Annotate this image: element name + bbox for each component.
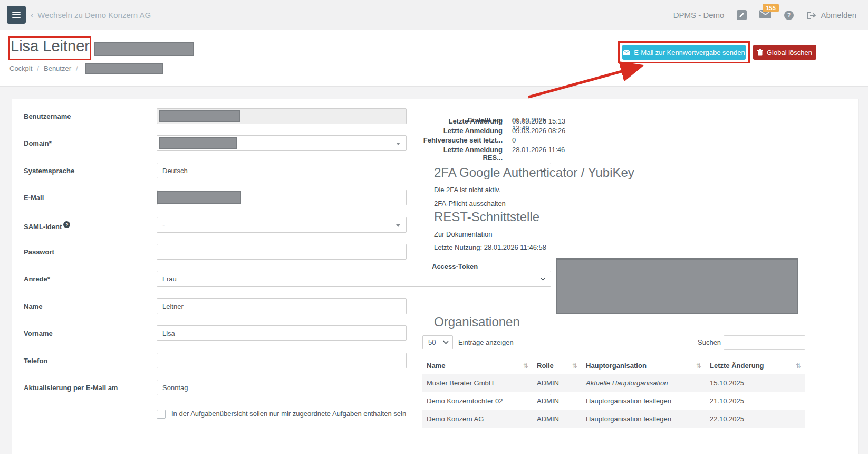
form-row-benutzername: Benutzername bbox=[12, 108, 407, 124]
org-rolle-cell: ADMIN bbox=[533, 410, 582, 428]
column-header-letzte-aenderung[interactable]: Letzte Änderung⇅ bbox=[706, 358, 805, 374]
page-size-select[interactable]: 50 bbox=[422, 335, 453, 349]
breadcrumb-cockpit[interactable]: Cockpit bbox=[9, 64, 32, 72]
organisations-table: Name⇅ Rolle⇅ Hauptorganisation⇅ Letzte Ä… bbox=[422, 358, 805, 428]
trash-icon bbox=[757, 49, 763, 56]
meta-value: 09.03.2026 15:13 bbox=[512, 117, 565, 125]
logout-label: Abmelden bbox=[821, 11, 856, 20]
form-row-vorname: Vorname bbox=[12, 325, 407, 341]
switch-organisation-label: Wechseln zu Demo Konzern AG bbox=[37, 11, 151, 20]
dropdown-triangle-icon bbox=[396, 143, 400, 145]
content-background: Benutzername Domain* Systemsprache bbox=[0, 86, 868, 454]
rest-heading: REST-Schnittstelle bbox=[434, 210, 539, 224]
meta-label: Letzte Anmeldung bbox=[422, 127, 503, 135]
set-hauptorganisation-link[interactable]: Hauptorganisation festlegen bbox=[586, 415, 671, 423]
table-row: Demo Konzerntochter 02 ADMIN Hauptorgani… bbox=[422, 392, 805, 410]
send-password-email-label: E-Mail zur Kennwortvergabe senden bbox=[634, 49, 745, 56]
meta-label: Letzte Anmeldung RES... bbox=[422, 146, 503, 162]
messages-count-badge: 155 bbox=[763, 4, 778, 12]
envelope-icon bbox=[623, 50, 630, 55]
topbar: ‹Wechseln zu Demo Konzern AG DPMS - Demo… bbox=[0, 0, 868, 30]
table-header-row: Name⇅ Rolle⇅ Hauptorganisation⇅ Letzte Ä… bbox=[422, 358, 805, 374]
org-name-cell: Muster Berater GmbH bbox=[422, 374, 533, 392]
form-row-telefon: Telefon bbox=[12, 353, 407, 368]
org-name-cell: Demo Konzern AG bbox=[422, 410, 533, 428]
passwort-input[interactable] bbox=[157, 244, 407, 260]
search-input[interactable] bbox=[724, 335, 805, 350]
org-hauptorg-cell: Hauptorganisation festlegen bbox=[582, 410, 706, 428]
user-detail-card: Benutzername Domain* Systemsprache bbox=[12, 99, 859, 454]
redacted-email bbox=[157, 191, 241, 204]
organisations-controls: 50 Einträge anzeigen Suchen bbox=[422, 335, 805, 350]
org-rolle-cell: ADMIN bbox=[533, 392, 582, 410]
saml-ident-select[interactable]: - bbox=[157, 217, 407, 233]
tasks-only-mine-checkbox[interactable] bbox=[157, 410, 166, 419]
set-hauptorganisation-link[interactable]: Hauptorganisation festlegen bbox=[586, 397, 671, 405]
redacted-access-token bbox=[556, 258, 798, 314]
meta-value: 0 bbox=[512, 136, 516, 144]
form-row-domain: Domain* bbox=[12, 135, 407, 151]
field-label: E-Mail bbox=[24, 194, 150, 202]
breadcrumb-benutzer[interactable]: Benutzer bbox=[44, 64, 71, 72]
vorname-input[interactable] bbox=[157, 325, 407, 341]
redacted-domain bbox=[159, 137, 237, 149]
meta-label: Letzte Änderung bbox=[422, 117, 503, 125]
global-delete-button[interactable]: Global löschen bbox=[753, 45, 816, 60]
name-input[interactable] bbox=[157, 298, 407, 314]
redacted-benutzername bbox=[159, 110, 240, 122]
column-header-hauptorganisation[interactable]: Hauptorganisation⇅ bbox=[582, 358, 706, 374]
org-date-cell: 22.10.2025 bbox=[706, 410, 805, 428]
form-row-saml: SAML-Ident? - bbox=[12, 217, 407, 233]
domain-select[interactable] bbox=[157, 135, 407, 151]
redacted-username-heading bbox=[94, 42, 194, 56]
hamburger-menu-button[interactable] bbox=[7, 6, 26, 24]
edit-icon[interactable] bbox=[737, 10, 747, 20]
logout-icon bbox=[806, 11, 816, 20]
form-row-name: Name bbox=[12, 298, 407, 314]
column-header-name[interactable]: Name⇅ bbox=[422, 358, 533, 374]
org-rolle-cell: ADMIN bbox=[533, 374, 582, 392]
rest-last-usage: Letzte Nutzung: 28.01.2026 11:46:58 bbox=[434, 243, 546, 251]
form-row-passwort: Passwort bbox=[12, 244, 407, 260]
org-name-cell: Demo Konzerntochter 02 bbox=[422, 392, 533, 410]
table-row: Muster Berater GmbH ADMIN Aktuelle Haupt… bbox=[422, 374, 805, 392]
sort-icon[interactable]: ⇅ bbox=[523, 362, 528, 370]
help-icon[interactable]: ? bbox=[784, 11, 794, 20]
org-hauptorg-cell: Hauptorganisation festlegen bbox=[582, 392, 706, 410]
table-row: Demo Konzern AG ADMIN Hauptorganisation … bbox=[422, 410, 805, 428]
page-title: Lisa Leitner bbox=[11, 37, 90, 55]
form-row-email: E-Mail bbox=[12, 190, 407, 205]
send-password-email-button[interactable]: E-Mail zur Kennwortvergabe senden bbox=[622, 45, 746, 60]
field-label: Domain* bbox=[24, 139, 150, 147]
org-hauptorg-cell: Aktuelle Hauptorganisation bbox=[582, 374, 706, 392]
saml-help-icon[interactable]: ? bbox=[63, 221, 70, 228]
logout-link[interactable]: Abmelden bbox=[806, 11, 856, 20]
field-label: Anrede* bbox=[24, 275, 150, 283]
back-chevron-icon: ‹ bbox=[31, 11, 33, 20]
field-label: SAML-Ident? bbox=[24, 221, 150, 231]
breadcrumb-separator: / bbox=[76, 64, 78, 72]
meta-value: 28.01.2026 11:46 bbox=[512, 146, 565, 154]
entries-label: Einträge anzeigen bbox=[458, 338, 514, 346]
sort-icon[interactable]: ⇅ bbox=[572, 362, 577, 370]
page-header: Lisa Leitner Cockpit/Benutzer/ E-Mail zu… bbox=[0, 30, 868, 86]
app-label: DPMS - Demo bbox=[673, 11, 725, 20]
field-label: Vorname bbox=[24, 329, 150, 337]
form-row-systemsprache: Systemsprache Deutsch bbox=[12, 163, 407, 178]
sort-icon[interactable]: ⇅ bbox=[696, 362, 701, 370]
twofa-toggle-link[interactable]: 2FA-Pflicht ausschalten bbox=[434, 200, 506, 207]
anrede-select[interactable]: Frau bbox=[157, 271, 551, 287]
field-label: Telefon bbox=[24, 357, 150, 365]
switch-organisation-link[interactable]: ‹Wechseln zu Demo Konzern AG bbox=[31, 0, 151, 30]
global-delete-label: Global löschen bbox=[767, 49, 812, 56]
meta-value: 09.03.2026 08:26 bbox=[512, 127, 565, 135]
meta-label: Fehlversuche seit letzt... bbox=[422, 136, 503, 144]
rest-doc-link[interactable]: Zur Dokumentation bbox=[434, 230, 493, 238]
sort-icon[interactable]: ⇅ bbox=[796, 362, 801, 370]
telefon-input[interactable] bbox=[157, 353, 407, 368]
organisations-heading: Organisationen bbox=[434, 315, 520, 329]
messages-icon[interactable]: 155 bbox=[759, 10, 771, 20]
column-header-rolle[interactable]: Rolle⇅ bbox=[533, 358, 582, 374]
breadcrumb: Cockpit/Benutzer/ bbox=[9, 63, 83, 74]
form-row-anrede: Anrede* Frau bbox=[12, 271, 407, 287]
